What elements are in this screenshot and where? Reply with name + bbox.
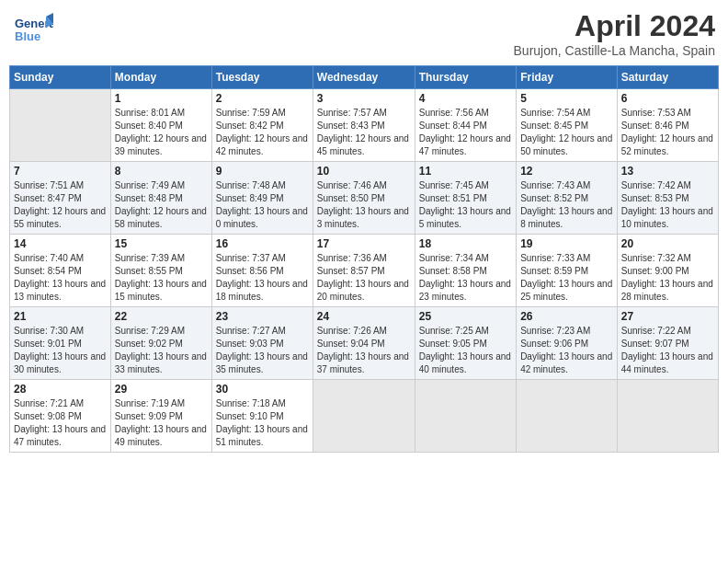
calendar-cell: 10Sunrise: 7:46 AMSunset: 8:50 PMDayligh… (313, 162, 415, 235)
calendar-cell: 20Sunrise: 7:32 AMSunset: 9:00 PMDayligh… (617, 235, 718, 307)
calendar-cell: 27Sunrise: 7:22 AMSunset: 9:07 PMDayligh… (617, 307, 718, 380)
col-header-tuesday: Tuesday (211, 66, 313, 89)
cell-info: Sunrise: 7:46 AMSunset: 8:50 PMDaylight:… (317, 179, 411, 231)
cell-info: Sunrise: 7:43 AMSunset: 8:52 PMDaylight:… (520, 179, 613, 231)
calendar-cell: 7Sunrise: 7:51 AMSunset: 8:47 PMDaylight… (10, 162, 111, 235)
cell-info: Sunrise: 7:39 AMSunset: 8:55 PMDaylight:… (115, 252, 208, 304)
cell-info: Sunrise: 7:49 AMSunset: 8:48 PMDaylight:… (115, 179, 208, 231)
day-number: 3 (317, 92, 411, 105)
cell-info: Sunrise: 8:01 AMSunset: 8:40 PMDaylight:… (115, 107, 208, 158)
day-number: 16 (216, 237, 309, 250)
page-header: General Blue April 2024 Burujon, Castill… (9, 9, 719, 58)
col-header-friday: Friday (517, 66, 618, 89)
calendar-cell: 12Sunrise: 7:43 AMSunset: 8:52 PMDayligh… (517, 162, 618, 235)
cell-info: Sunrise: 7:42 AMSunset: 8:53 PMDaylight:… (621, 179, 714, 231)
day-number: 14 (14, 237, 107, 250)
calendar-cell: 29Sunrise: 7:19 AMSunset: 9:09 PMDayligh… (110, 380, 211, 453)
day-number: 23 (216, 310, 309, 323)
day-number: 29 (115, 383, 208, 396)
day-number: 15 (115, 237, 208, 250)
calendar-cell: 19Sunrise: 7:33 AMSunset: 8:59 PMDayligh… (517, 235, 618, 307)
day-number: 24 (317, 310, 411, 323)
cell-info: Sunrise: 7:19 AMSunset: 9:09 PMDaylight:… (115, 397, 208, 449)
day-number: 4 (419, 92, 512, 105)
svg-text:Blue: Blue (15, 29, 40, 43)
calendar-cell: 30Sunrise: 7:18 AMSunset: 9:10 PMDayligh… (211, 380, 313, 453)
calendar-cell: 5Sunrise: 7:54 AMSunset: 8:45 PMDaylight… (517, 89, 618, 162)
cell-info: Sunrise: 7:54 AMSunset: 8:45 PMDaylight:… (520, 107, 613, 158)
logo-icon: General Blue (13, 9, 53, 50)
cell-info: Sunrise: 7:34 AMSunset: 8:58 PMDaylight:… (419, 252, 512, 304)
day-number: 10 (317, 165, 411, 178)
cell-info: Sunrise: 7:57 AMSunset: 8:43 PMDaylight:… (317, 107, 411, 158)
calendar-cell: 11Sunrise: 7:45 AMSunset: 8:51 PMDayligh… (415, 162, 516, 235)
cell-info: Sunrise: 7:30 AMSunset: 9:01 PMDaylight:… (14, 325, 107, 376)
day-number: 6 (621, 92, 714, 105)
day-number: 7 (14, 165, 107, 178)
calendar-cell (415, 380, 516, 453)
day-number: 5 (520, 92, 613, 105)
calendar-cell (517, 380, 618, 453)
title-block: April 2024 Burujon, Castille-La Mancha, … (514, 9, 715, 58)
calendar-cell: 26Sunrise: 7:23 AMSunset: 9:06 PMDayligh… (517, 307, 618, 380)
cell-info: Sunrise: 7:21 AMSunset: 9:08 PMDaylight:… (14, 397, 107, 449)
cell-info: Sunrise: 7:33 AMSunset: 8:59 PMDaylight:… (520, 252, 613, 304)
cell-info: Sunrise: 7:26 AMSunset: 9:04 PMDaylight:… (317, 325, 411, 376)
col-header-monday: Monday (110, 66, 211, 89)
day-number: 12 (520, 165, 613, 178)
day-number: 19 (520, 237, 613, 250)
day-number: 17 (317, 237, 411, 250)
cell-info: Sunrise: 7:56 AMSunset: 8:44 PMDaylight:… (419, 107, 512, 158)
day-number: 26 (520, 310, 613, 323)
calendar-cell: 25Sunrise: 7:25 AMSunset: 9:05 PMDayligh… (415, 307, 516, 380)
cell-info: Sunrise: 7:59 AMSunset: 8:42 PMDaylight:… (216, 107, 309, 158)
calendar-cell: 22Sunrise: 7:29 AMSunset: 9:02 PMDayligh… (110, 307, 211, 380)
calendar-cell: 8Sunrise: 7:49 AMSunset: 8:48 PMDaylight… (110, 162, 211, 235)
calendar-cell: 21Sunrise: 7:30 AMSunset: 9:01 PMDayligh… (10, 307, 111, 380)
cell-info: Sunrise: 7:40 AMSunset: 8:54 PMDaylight:… (14, 252, 107, 304)
calendar-cell: 14Sunrise: 7:40 AMSunset: 8:54 PMDayligh… (10, 235, 111, 307)
day-number: 28 (14, 383, 107, 396)
month-title: April 2024 (514, 9, 715, 43)
day-number: 22 (115, 310, 208, 323)
day-number: 1 (115, 92, 208, 105)
col-header-thursday: Thursday (415, 66, 516, 89)
day-number: 8 (115, 165, 208, 178)
cell-info: Sunrise: 7:45 AMSunset: 8:51 PMDaylight:… (419, 179, 512, 231)
location: Burujon, Castille-La Mancha, Spain (514, 43, 715, 58)
cell-info: Sunrise: 7:51 AMSunset: 8:47 PMDaylight:… (14, 179, 107, 231)
calendar-cell: 28Sunrise: 7:21 AMSunset: 9:08 PMDayligh… (10, 380, 111, 453)
calendar-cell (10, 89, 111, 162)
calendar-cell (617, 380, 718, 453)
calendar-cell: 17Sunrise: 7:36 AMSunset: 8:57 PMDayligh… (313, 235, 415, 307)
day-number: 20 (621, 237, 714, 250)
cell-info: Sunrise: 7:36 AMSunset: 8:57 PMDaylight:… (317, 252, 411, 304)
calendar-cell: 23Sunrise: 7:27 AMSunset: 9:03 PMDayligh… (211, 307, 313, 380)
col-header-saturday: Saturday (617, 66, 718, 89)
calendar-cell: 2Sunrise: 7:59 AMSunset: 8:42 PMDaylight… (211, 89, 313, 162)
day-number: 2 (216, 92, 309, 105)
cell-info: Sunrise: 7:48 AMSunset: 8:49 PMDaylight:… (216, 179, 309, 231)
cell-info: Sunrise: 7:32 AMSunset: 9:00 PMDaylight:… (621, 252, 714, 304)
calendar-cell: 1Sunrise: 8:01 AMSunset: 8:40 PMDaylight… (110, 89, 211, 162)
col-header-wednesday: Wednesday (313, 66, 415, 89)
day-number: 18 (419, 237, 512, 250)
calendar-cell: 9Sunrise: 7:48 AMSunset: 8:49 PMDaylight… (211, 162, 313, 235)
calendar-table: SundayMondayTuesdayWednesdayThursdayFrid… (9, 65, 719, 453)
calendar-cell: 18Sunrise: 7:34 AMSunset: 8:58 PMDayligh… (415, 235, 516, 307)
calendar-cell: 13Sunrise: 7:42 AMSunset: 8:53 PMDayligh… (617, 162, 718, 235)
col-header-sunday: Sunday (10, 66, 111, 89)
cell-info: Sunrise: 7:37 AMSunset: 8:56 PMDaylight:… (216, 252, 309, 304)
calendar-cell: 24Sunrise: 7:26 AMSunset: 9:04 PMDayligh… (313, 307, 415, 380)
calendar-cell: 6Sunrise: 7:53 AMSunset: 8:46 PMDaylight… (617, 89, 718, 162)
calendar-cell (313, 380, 415, 453)
cell-info: Sunrise: 7:18 AMSunset: 9:10 PMDaylight:… (216, 397, 309, 449)
day-number: 25 (419, 310, 512, 323)
cell-info: Sunrise: 7:25 AMSunset: 9:05 PMDaylight:… (419, 325, 512, 376)
calendar-cell: 15Sunrise: 7:39 AMSunset: 8:55 PMDayligh… (110, 235, 211, 307)
day-number: 30 (216, 383, 309, 396)
cell-info: Sunrise: 7:53 AMSunset: 8:46 PMDaylight:… (621, 107, 714, 158)
calendar-cell: 4Sunrise: 7:56 AMSunset: 8:44 PMDaylight… (415, 89, 516, 162)
day-number: 27 (621, 310, 714, 323)
calendar-cell: 16Sunrise: 7:37 AMSunset: 8:56 PMDayligh… (211, 235, 313, 307)
